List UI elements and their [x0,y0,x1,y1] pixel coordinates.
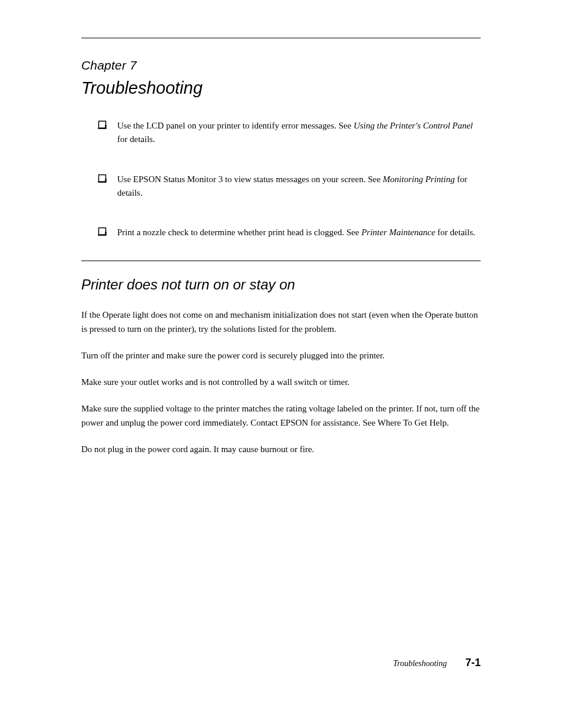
section-title: Printer does not turn on or stay on [81,276,481,293]
xref-link[interactable]: Monitoring Printing [383,174,455,184]
bullet-item: Use EPSON Status Monitor 3 to view statu… [98,173,481,200]
bullet-text: Print a nozzle check to determine whethe… [117,226,475,239]
section-rule [81,261,481,261]
bullet-item: Use the LCD panel on your printer to ide… [98,119,481,147]
bullet-text: Use EPSON Status Monitor 3 to view statu… [117,173,481,200]
paragraph: If the Operate light does not come on an… [81,308,481,336]
paragraph: Turn off the printer and make sure the p… [81,349,481,363]
xref-link[interactable]: Using the Printer's Control Panel [353,121,473,130]
footer-label: Troubleshooting [393,659,447,668]
chapter-title: Troubleshooting [81,78,481,98]
chapter-label: Chapter 7 [81,58,481,73]
xref-link[interactable]: Printer Maintenance [361,228,435,237]
checkbox-icon [98,120,107,129]
paragraph: Make sure your outlet works and is not c… [81,375,481,389]
paragraph: Make sure the supplied voltage to the pr… [81,402,481,430]
checkbox-icon [98,227,107,236]
page-number: 7-1 [465,657,481,668]
checkbox-icon [98,174,107,183]
bullet-text: Use the LCD panel on your printer to ide… [117,119,481,147]
page-footer: Troubleshooting 7-1 [393,657,481,669]
paragraph: Do not plug in the power cord again. It … [81,443,481,456]
bullet-item: Print a nozzle check to determine whethe… [98,226,481,239]
chapter-rule [81,38,481,38]
